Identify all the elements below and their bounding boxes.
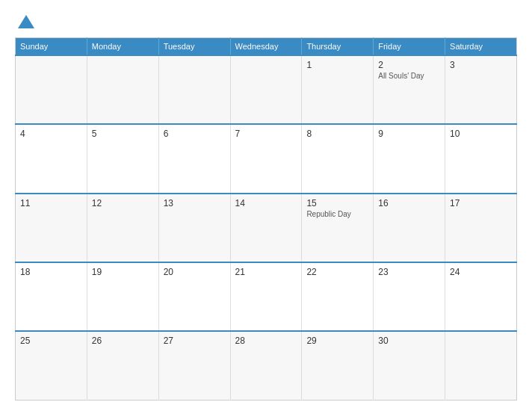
day-number: 11: [20, 198, 82, 208]
day-number: 7: [235, 129, 297, 139]
calendar-cell: 13: [158, 194, 230, 262]
calendar-cell: 1: [302, 55, 374, 124]
calendar-cell: 9: [374, 124, 445, 193]
calendar-cell: 23: [374, 262, 445, 331]
calendar-cell: 8: [302, 124, 374, 193]
svg-marker-0: [18, 15, 34, 28]
calendar-cell: 29: [302, 331, 374, 400]
calendar-cell: [16, 55, 87, 124]
column-header-wednesday: Wednesday: [230, 38, 302, 56]
column-header-tuesday: Tuesday: [158, 38, 230, 56]
day-number: 21: [235, 267, 297, 277]
day-number: 5: [92, 129, 154, 139]
calendar-cell: [230, 55, 302, 124]
calendar-week-row: 1112131415Republic Day1617: [16, 194, 517, 262]
day-number: 16: [378, 198, 440, 208]
calendar-cell: 30: [374, 331, 445, 400]
day-number: 26: [92, 336, 154, 346]
day-number: 27: [164, 336, 226, 346]
calendar-cell: 24: [445, 262, 517, 331]
logo: [15, 13, 34, 30]
day-number: 14: [235, 198, 297, 208]
day-number: 2: [378, 60, 440, 70]
day-number: 13: [164, 198, 226, 208]
calendar-cell: 3: [445, 55, 517, 124]
day-number: 9: [378, 129, 440, 139]
day-number: 10: [450, 129, 512, 139]
day-number: 19: [92, 267, 154, 277]
day-number: 20: [164, 267, 226, 277]
column-header-friday: Friday: [374, 38, 445, 56]
day-number: 22: [306, 267, 368, 277]
day-number: 4: [20, 129, 82, 139]
calendar-week-row: 18192021222324: [16, 262, 517, 331]
calendar-cell: 6: [158, 124, 230, 193]
day-number: 29: [306, 336, 368, 346]
day-number: 1: [306, 60, 368, 70]
calendar-week-row: 12All Souls' Day3: [16, 55, 517, 124]
calendar-cell: 15Republic Day: [302, 194, 374, 262]
logo-flag-icon: [18, 13, 34, 30]
calendar-cell: 14: [230, 194, 302, 262]
calendar-cell: [158, 55, 230, 124]
calendar-page: SundayMondayTuesdayWednesdayThursdayFrid…: [0, 0, 532, 411]
day-number: 6: [164, 129, 226, 139]
calendar-cell: [87, 55, 158, 124]
column-header-sunday: Sunday: [16, 38, 87, 56]
calendar-cell: 19: [87, 262, 158, 331]
calendar-cell: 28: [230, 331, 302, 400]
calendar-cell: 10: [445, 124, 517, 193]
day-number: 12: [92, 198, 154, 208]
calendar-cell: 16: [374, 194, 445, 262]
day-number: 18: [20, 267, 82, 277]
day-number: 28: [235, 336, 297, 346]
calendar-cell: 25: [16, 331, 87, 400]
calendar-week-row: 45678910: [16, 124, 517, 193]
holiday-label: All Souls' Day: [378, 72, 440, 80]
day-number: 8: [306, 129, 368, 139]
day-number: 3: [450, 60, 512, 70]
day-number: 17: [450, 198, 512, 208]
calendar-cell: 20: [158, 262, 230, 331]
column-header-saturday: Saturday: [445, 38, 517, 56]
calendar-cell: 5: [87, 124, 158, 193]
calendar-cell: 17: [445, 194, 517, 262]
day-number: 30: [378, 336, 440, 346]
calendar-header-row: SundayMondayTuesdayWednesdayThursdayFrid…: [16, 38, 517, 56]
calendar-cell: 22: [302, 262, 374, 331]
calendar-cell: 18: [16, 262, 87, 331]
day-number: 15: [306, 198, 368, 208]
day-number: 25: [20, 336, 82, 346]
calendar-cell: 11: [16, 194, 87, 262]
column-header-thursday: Thursday: [302, 38, 374, 56]
calendar-cell: 4: [16, 124, 87, 193]
calendar-cell: 12: [87, 194, 158, 262]
calendar-cell: 21: [230, 262, 302, 331]
calendar-cell: 26: [87, 331, 158, 400]
day-number: 23: [378, 267, 440, 277]
calendar-cell: 27: [158, 331, 230, 400]
column-header-monday: Monday: [87, 38, 158, 56]
day-number: 24: [450, 267, 512, 277]
header: [15, 13, 517, 30]
calendar-cell: [445, 331, 517, 400]
calendar-cell: 7: [230, 124, 302, 193]
holiday-label: Republic Day: [306, 210, 368, 218]
calendar-cell: 2All Souls' Day: [374, 55, 445, 124]
calendar-week-row: 252627282930: [16, 331, 517, 400]
calendar-table: SundayMondayTuesdayWednesdayThursdayFrid…: [15, 37, 517, 401]
